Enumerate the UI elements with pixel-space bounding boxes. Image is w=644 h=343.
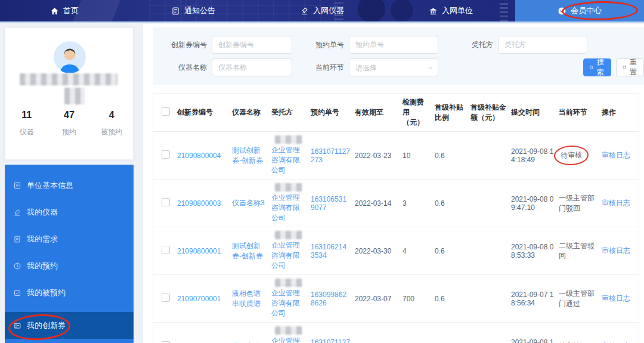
sidebar-item-label: 我的预约 (27, 261, 58, 271)
row-checkbox[interactable] (162, 198, 170, 206)
subsidy-ratio-cell: 0.6 (435, 275, 470, 323)
instrument-link[interactable]: 测试创新券-创新券 (232, 146, 263, 165)
row-checkbox[interactable] (162, 293, 170, 302)
instrument-icon (300, 7, 309, 16)
order-no-link[interactable]: 1631071127273 (311, 147, 350, 164)
audit-log-link[interactable]: 审核日志 (602, 246, 630, 255)
order-no-input[interactable] (349, 36, 438, 54)
redacted-trustee-prefix (275, 231, 302, 239)
action-cell: 审核日志 (602, 275, 639, 323)
instrument-link[interactable]: 液相色谱串联质谱 (232, 289, 261, 308)
redacted-trustee-prefix (275, 279, 302, 287)
voucher-no-cell: 21090800004 (177, 132, 232, 180)
voucher-no-input[interactable] (212, 36, 292, 54)
stat-label: 预约 (48, 127, 90, 137)
instrument-link[interactable]: 仪器名称3 (232, 199, 265, 207)
subsidy-ratio-cell: 0.6 (435, 132, 470, 180)
reserved-icon (13, 289, 21, 297)
nav-item-4[interactable]: 入网单位 (386, 0, 515, 21)
trustee-input[interactable] (498, 36, 587, 54)
instrument-cell: 仪器名称3 (232, 180, 271, 227)
table-header-row: 创新券编号仪器名称受托方预约单号有效期至检测费用（元）首级补贴比例首级补贴金额（… (153, 94, 639, 132)
voucher-no-link[interactable]: 21090800001 (177, 247, 221, 255)
trustee-link[interactable]: 企业管理咨询有限公司 (271, 241, 300, 270)
submit-time-cell: 2021-09-07 18:56:34 (511, 275, 559, 323)
subsidy-ratio-cell: 0.6 (435, 227, 470, 275)
trustee-link[interactable]: 企业管理咨询有限公司 (271, 193, 300, 222)
instrument-cell: 仪器名称4 (232, 323, 271, 343)
action-cell: 审核日志 (602, 180, 639, 227)
fee-cell: 3 (402, 180, 435, 227)
fee-cell: 10 (402, 323, 435, 343)
cell-value: 0.6 (435, 199, 445, 208)
voucher-icon (13, 322, 21, 330)
subsidy-amount-cell (470, 180, 511, 227)
audit-log-link[interactable]: 审核日志 (602, 199, 630, 207)
valid-until-cell: 2022-03-23 (355, 323, 402, 343)
voucher-no-cell: 21090800006 (177, 323, 232, 343)
sidebar-item-4[interactable]: 我的预约 (5, 252, 134, 279)
nav-item-2[interactable]: 通知公告 (129, 0, 258, 21)
sidebar-item-5[interactable]: 我的被预约 (5, 279, 134, 306)
row-checkbox-cell (153, 227, 177, 275)
stage-value: 待审核 (553, 145, 589, 166)
instrument-input[interactable] (212, 58, 292, 76)
column-header: 当前环节 (559, 94, 602, 132)
order-no-link[interactable]: 1630998628626 (311, 291, 346, 307)
row-checkbox[interactable] (162, 246, 170, 254)
trustee-link[interactable]: 企业管理咨询有限公司 (271, 146, 300, 174)
sidebar-item-6[interactable]: 我的创新券 (5, 312, 134, 339)
instrument-cell: 测试创新券-创新券 (232, 227, 271, 275)
sidebar-item-3[interactable]: 我的需求 (5, 225, 134, 252)
valid-until-cell: 2022-03-30 (355, 227, 402, 275)
voucher-no-link[interactable]: 21090800003 (177, 199, 221, 208)
nav-item-1[interactable]: 首页 (0, 0, 129, 21)
redacted-company-name (64, 88, 85, 104)
voucher-no-cell: 21090800001 (177, 227, 232, 275)
table-row: 21090800001测试创新券-创新券企业管理咨询有限公司1631062143… (153, 227, 639, 275)
voucher-no-link[interactable]: 21090700001 (177, 295, 221, 303)
sidebar-item-1[interactable]: 单位基本信息 (5, 172, 134, 199)
order-no-link[interactable]: 1631062143534 (311, 243, 346, 259)
cell-value: 4 (402, 247, 407, 255)
cell-value: 2021-09-07 18:56:34 (511, 291, 553, 307)
stage-select[interactable]: 请选择 (349, 58, 438, 76)
row-checkbox-cell (153, 275, 177, 323)
subsidy-ratio-cell: 0.6 (435, 323, 470, 343)
subsidy-ratio-cell: 0.6 (435, 180, 470, 227)
order-no-link[interactable]: 1631071127273 (311, 338, 350, 343)
trustee-cell: 企业管理咨询有限公司 (271, 323, 311, 343)
reset-button[interactable]: 重置 (616, 58, 644, 76)
stage-filter-label: 当前环节 (296, 63, 344, 73)
nav-item-3[interactable]: 入网仪器 (258, 0, 386, 21)
demand-icon (13, 235, 21, 243)
order-no-link[interactable]: 1631065319077 (311, 195, 346, 212)
stage-cell: 一级主管部门驳回 (559, 180, 602, 227)
search-button[interactable]: 搜索 (583, 58, 611, 76)
home-icon (50, 7, 59, 16)
select-all-checkbox[interactable] (162, 107, 170, 116)
instrument-link[interactable]: 测试创新券-创新券 (232, 242, 263, 260)
instrument-filter-label: 仪器名称 (157, 63, 207, 73)
nav-item-5[interactable]: 会员中心 (515, 0, 644, 21)
audit-log-link[interactable]: 审核日志 (602, 294, 630, 302)
sidebar-item-2[interactable]: 我的仪器 (5, 199, 134, 225)
trustee-link[interactable]: 企业管理咨询有限公司 (271, 289, 300, 317)
row-checkbox[interactable] (162, 150, 170, 159)
stat-value: 11 (5, 109, 48, 121)
table-row: 21090800006仪器名称4企业管理咨询有限公司16310711272732… (153, 323, 639, 343)
cell-value: 700 (402, 295, 414, 303)
stat-value: 47 (48, 109, 90, 121)
search-icon (589, 64, 594, 71)
trustee-link[interactable]: 企业管理咨询有限公司 (271, 336, 300, 343)
order-no-cell: 1631071127273 (311, 132, 355, 180)
voucher-no-link[interactable]: 21090800004 (177, 152, 221, 160)
page: 首页通知公告入网仪器入网单位会员中心 11仪器47预约4被预约 单位基本信息我的… (0, 0, 644, 343)
column-header: 预约单号 (311, 94, 355, 132)
submit-time-cell: 2021-09-08 09:47:10 (511, 180, 559, 227)
instrument-cell: 液相色谱串联质谱 (232, 275, 271, 323)
info-icon (13, 181, 21, 190)
row-checkbox-cell (153, 180, 177, 227)
cell-value: 2022-03-30 (355, 247, 391, 255)
audit-log-link[interactable]: 审核日志 (602, 151, 630, 159)
